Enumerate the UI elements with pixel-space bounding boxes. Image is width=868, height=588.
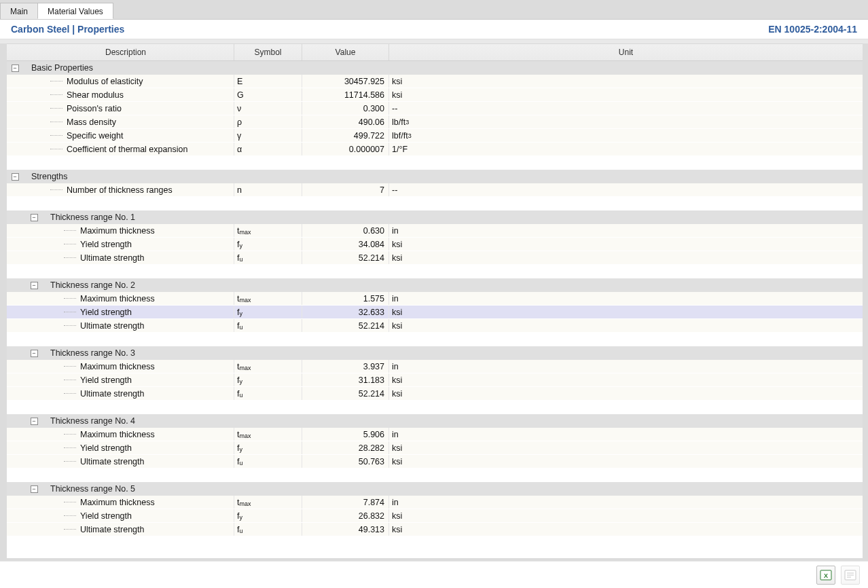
- page-standard: EN 10025-2:2004-11: [768, 24, 857, 35]
- row-description: Ultimate strength: [80, 389, 144, 399]
- table-row[interactable]: Yield strengthfy32.633ksi: [7, 306, 863, 319]
- row-unit: lb/ft3: [389, 115, 863, 128]
- table-row[interactable]: Ultimate strengthfu50.763ksi: [7, 455, 863, 468]
- table-row[interactable]: Shear modulusG11714.586ksi: [7, 88, 863, 102]
- export-icon: [844, 569, 856, 581]
- export-other-button[interactable]: [841, 566, 860, 585]
- row-value: 0.300: [302, 102, 389, 115]
- expander-icon[interactable]: −: [31, 485, 38, 493]
- row-description: Specific weight: [67, 131, 123, 141]
- table-row[interactable]: Ultimate strengthfu52.214ksi: [7, 319, 863, 333]
- properties-table[interactable]: −Basic PropertiesModulus of elasticityE3…: [7, 61, 863, 558]
- expander-icon[interactable]: −: [12, 65, 19, 72]
- row-symbol: fu: [234, 455, 302, 468]
- row-description: Yield strength: [80, 240, 132, 249]
- expander-icon[interactable]: −: [31, 214, 38, 221]
- row-value: 499.722: [302, 129, 389, 142]
- table-row[interactable]: Ultimate strengthfu52.214ksi: [7, 251, 863, 265]
- tab-material-values-label: Material Values: [48, 7, 103, 16]
- subgroup-header[interactable]: −Thickness range No. 1: [7, 210, 863, 224]
- row-unit: 1/°F: [389, 143, 863, 155]
- row-description: Poisson's ratio: [67, 104, 122, 113]
- table-row[interactable]: Yield strengthfy28.282ksi: [7, 441, 863, 455]
- row-description: Yield strength: [80, 443, 132, 453]
- tab-material-values[interactable]: Material Values: [37, 3, 113, 19]
- expander-icon[interactable]: −: [31, 418, 38, 425]
- table-row[interactable]: Specific weightγ499.722lbf/ft3: [7, 129, 863, 143]
- table-row[interactable]: Maximum thicknesstmax7.874in: [7, 496, 863, 509]
- page-title: Carbon Steel | Properties: [11, 24, 124, 35]
- row-value: 31.183: [302, 373, 389, 386]
- tab-main-label: Main: [10, 7, 28, 16]
- row-symbol: tmax: [234, 224, 302, 237]
- row-symbol: fu: [234, 319, 302, 332]
- table-row[interactable]: Ultimate strengthfu49.313ksi: [7, 523, 863, 536]
- table-row[interactable]: Number of thickness rangesn7--: [7, 183, 863, 197]
- subgroup-header[interactable]: −Thickness range No. 5: [7, 482, 863, 496]
- header-description: Description: [7, 44, 234, 60]
- row-description: Yield strength: [80, 308, 132, 317]
- row-value: 28.282: [302, 441, 389, 454]
- row-value: 49.313: [302, 523, 389, 536]
- gap: [7, 265, 863, 278]
- row-symbol: tmax: [234, 292, 302, 305]
- row-unit: in: [389, 496, 863, 509]
- table-row[interactable]: Coefficient of thermal expansionα0.00000…: [7, 143, 863, 156]
- expander-icon[interactable]: −: [12, 173, 19, 181]
- row-unit: ksi: [389, 455, 863, 468]
- row-value: 52.214: [302, 319, 389, 332]
- row-unit: in: [389, 292, 863, 305]
- row-unit: --: [389, 102, 863, 115]
- table-row[interactable]: Mass densityρ490.06lb/ft3: [7, 115, 863, 129]
- table-row[interactable]: Poisson's ratioν0.300--: [7, 102, 863, 115]
- group-label: Thickness range No. 5: [42, 484, 135, 494]
- row-symbol: fy: [234, 441, 302, 454]
- row-description: Mass density: [67, 117, 116, 127]
- row-description: Modulus of elasticity: [67, 77, 143, 86]
- row-description: Number of thickness ranges: [67, 185, 173, 195]
- row-symbol: fu: [234, 523, 302, 536]
- expander-icon[interactable]: −: [31, 350, 38, 357]
- group-header[interactable]: −Basic Properties: [7, 61, 863, 75]
- row-value: 52.214: [302, 387, 389, 400]
- subgroup-header[interactable]: −Thickness range No. 4: [7, 414, 863, 428]
- table-row[interactable]: Yield strengthfy26.832ksi: [7, 509, 863, 523]
- table-row[interactable]: Maximum thicknesstmax0.630in: [7, 224, 863, 238]
- table-row[interactable]: Modulus of elasticityE30457.925ksi: [7, 75, 863, 88]
- row-value: 0.630: [302, 224, 389, 237]
- group-label: Thickness range No. 2: [42, 280, 135, 290]
- subgroup-header[interactable]: −Thickness range No. 2: [7, 278, 863, 292]
- gap: [7, 401, 863, 414]
- group-label: Basic Properties: [23, 63, 93, 73]
- row-symbol: ρ: [234, 115, 302, 128]
- row-value: 52.214: [302, 251, 389, 264]
- row-symbol: E: [234, 75, 302, 88]
- group-label: Thickness range No. 3: [42, 348, 135, 358]
- row-unit: lbf/ft3: [389, 129, 863, 142]
- row-unit: ksi: [389, 306, 863, 318]
- table-row[interactable]: Yield strengthfy31.183ksi: [7, 373, 863, 387]
- table-row[interactable]: Maximum thicknesstmax3.937in: [7, 360, 863, 373]
- svg-text:X: X: [824, 572, 828, 579]
- subgroup-header[interactable]: −Thickness range No. 3: [7, 346, 863, 360]
- row-value: 3.937: [302, 360, 389, 373]
- row-unit: ksi: [389, 387, 863, 400]
- export-excel-button[interactable]: X: [816, 566, 835, 585]
- tab-main[interactable]: Main: [0, 3, 38, 19]
- tabs-bar: Main Material Values: [0, 0, 868, 19]
- row-unit: ksi: [389, 238, 863, 251]
- expander-icon[interactable]: −: [31, 282, 38, 289]
- row-description: Maximum thickness: [80, 498, 155, 507]
- title-bar: Carbon Steel | Properties EN 10025-2:200…: [0, 19, 868, 39]
- table-row[interactable]: Maximum thicknesstmax5.906in: [7, 428, 863, 441]
- row-unit: --: [389, 183, 863, 196]
- gap: [7, 197, 863, 210]
- table-row[interactable]: Yield strengthfy34.084ksi: [7, 238, 863, 251]
- table-row[interactable]: Maximum thicknesstmax1.575in: [7, 292, 863, 306]
- row-unit: ksi: [389, 441, 863, 454]
- row-description: Maximum thickness: [80, 430, 155, 439]
- row-description: Maximum thickness: [80, 294, 155, 304]
- table-row[interactable]: Ultimate strengthfu52.214ksi: [7, 387, 863, 401]
- group-header[interactable]: −Strengths: [7, 170, 863, 183]
- row-value: 30457.925: [302, 75, 389, 88]
